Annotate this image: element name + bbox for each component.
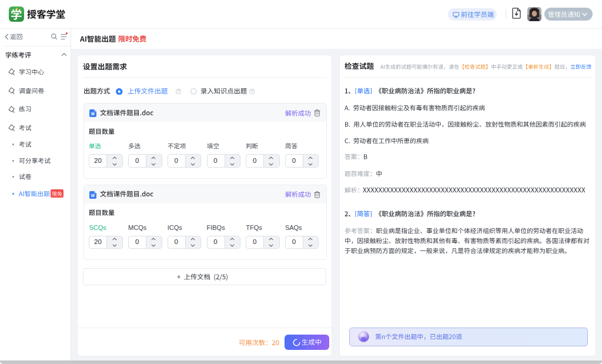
svg-text:?: ? (250, 89, 253, 93)
svg-text:W: W (91, 193, 95, 197)
svg-text:?: ? (178, 89, 180, 93)
svg-text:W: W (91, 112, 95, 116)
